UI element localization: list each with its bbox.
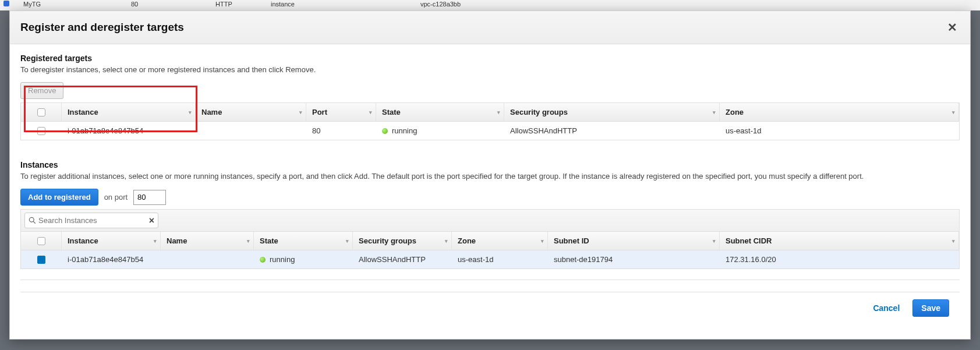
col-port[interactable]: Port▾ bbox=[306, 103, 376, 121]
on-port-label: on port bbox=[104, 193, 128, 201]
col-security-groups[interactable]: Security groups▾ bbox=[353, 232, 452, 250]
sort-caret-icon: ▾ bbox=[713, 109, 716, 115]
cell-state: running bbox=[376, 122, 504, 140]
table-row[interactable]: i-01ab71a8e4e847b54 80 running AllowSSHA… bbox=[21, 122, 959, 140]
col-zone[interactable]: Zone▾ bbox=[720, 103, 959, 121]
col-checkbox[interactable] bbox=[21, 232, 62, 250]
col-subnet-id[interactable]: Subnet ID▾ bbox=[548, 232, 720, 250]
add-to-registered-button[interactable]: Add to registered bbox=[20, 189, 98, 206]
row-checkbox[interactable] bbox=[37, 256, 45, 264]
sort-caret-icon: ▾ bbox=[299, 109, 302, 115]
col-name[interactable]: Name▾ bbox=[161, 232, 254, 250]
instances-table: Instance▾ Name▾ State▾ Security groups▾ … bbox=[20, 231, 960, 269]
sort-caret-icon: ▾ bbox=[154, 238, 157, 244]
cell-subnet-id: subnet-de191794 bbox=[548, 250, 720, 268]
cell-zone: us-east-1d bbox=[720, 122, 959, 140]
cell-security-groups: AllowSSHAndHTTP bbox=[353, 250, 452, 268]
table-row[interactable]: i-01ab71a8e4e847b54 running AllowSSHAndH… bbox=[21, 250, 959, 268]
cell-subnet-cidr: 172.31.16.0/20 bbox=[720, 250, 959, 268]
registered-targets-desc: To deregister instances, select one or m… bbox=[20, 65, 960, 74]
search-input[interactable] bbox=[36, 214, 149, 227]
instances-desc: To register additional instances, select… bbox=[20, 172, 960, 181]
sort-caret-icon: ▾ bbox=[247, 238, 250, 244]
close-icon[interactable]: ✕ bbox=[945, 18, 960, 37]
background-target-group-row: MyTG 80 HTTP instance vpc-c128a3bb bbox=[0, 0, 980, 10]
cell-state: running bbox=[254, 250, 353, 268]
col-checkbox[interactable] bbox=[21, 103, 62, 121]
cell-name bbox=[196, 122, 306, 140]
col-instance[interactable]: Instance▾ bbox=[62, 103, 196, 121]
select-all-checkbox[interactable] bbox=[37, 237, 45, 245]
cell-zone: us-east-1d bbox=[452, 250, 548, 268]
col-state[interactable]: State▾ bbox=[254, 232, 353, 250]
sort-caret-icon: ▾ bbox=[952, 238, 955, 244]
col-name[interactable]: Name▾ bbox=[196, 103, 306, 121]
instances-search-bar: × bbox=[20, 209, 960, 231]
cell-instance: i-01ab71a8e4e847b54 bbox=[62, 250, 161, 268]
col-security-groups[interactable]: Security groups▾ bbox=[504, 103, 720, 121]
sort-caret-icon: ▾ bbox=[713, 238, 716, 244]
bg-port: 80 bbox=[131, 1, 138, 8]
modal-header: Register and deregister targets ✕ bbox=[10, 11, 970, 44]
on-port-input[interactable] bbox=[133, 190, 166, 205]
col-zone[interactable]: Zone▾ bbox=[452, 232, 548, 250]
bg-name: MyTG bbox=[23, 1, 41, 8]
cell-security-groups: AllowSSHAndHTTP bbox=[504, 122, 720, 140]
remove-button[interactable]: Remove bbox=[20, 82, 63, 99]
modal-title: Register and deregister targets bbox=[20, 21, 945, 34]
background-row-checkbox bbox=[3, 1, 9, 6]
registered-targets-heading: Registered targets bbox=[20, 54, 960, 63]
save-button[interactable]: Save bbox=[912, 299, 949, 317]
bg-vpc: vpc-c128a3bb bbox=[420, 1, 461, 8]
col-state[interactable]: State▾ bbox=[376, 103, 504, 121]
instances-heading: Instances bbox=[20, 160, 960, 169]
col-subnet-cidr[interactable]: Subnet CIDR▾ bbox=[720, 232, 959, 250]
instances-table-header: Instance▾ Name▾ State▾ Security groups▾ … bbox=[21, 232, 959, 250]
registered-table-header: Instance▾ Name▾ Port▾ State▾ Security gr… bbox=[21, 103, 959, 122]
select-all-checkbox[interactable] bbox=[37, 108, 45, 116]
col-instance[interactable]: Instance▾ bbox=[62, 232, 161, 250]
modal-footer: Cancel Save bbox=[20, 292, 960, 324]
cell-port: 80 bbox=[306, 122, 376, 140]
registered-targets-table: Instance▾ Name▾ Port▾ State▾ Security gr… bbox=[20, 102, 960, 140]
register-targets-modal: Register and deregister targets ✕ Regist… bbox=[9, 10, 971, 340]
sort-caret-icon: ▾ bbox=[346, 238, 349, 244]
bg-target: instance bbox=[271, 1, 295, 8]
bg-protocol: HTTP bbox=[215, 1, 232, 8]
row-checkbox[interactable] bbox=[37, 127, 45, 135]
cell-name bbox=[161, 250, 254, 268]
sort-caret-icon: ▾ bbox=[369, 109, 372, 115]
running-status-icon bbox=[260, 257, 266, 263]
clear-search-icon[interactable]: × bbox=[149, 216, 154, 225]
sort-caret-icon: ▾ bbox=[189, 109, 192, 115]
cancel-button[interactable]: Cancel bbox=[869, 303, 903, 313]
search-icon bbox=[29, 217, 36, 224]
sort-caret-icon: ▾ bbox=[541, 238, 544, 244]
sort-caret-icon: ▾ bbox=[445, 238, 448, 244]
running-status-icon bbox=[382, 128, 388, 134]
sort-caret-icon: ▾ bbox=[497, 109, 500, 115]
sort-caret-icon: ▾ bbox=[952, 109, 955, 115]
cell-instance: i-01ab71a8e4e847b54 bbox=[62, 122, 196, 140]
